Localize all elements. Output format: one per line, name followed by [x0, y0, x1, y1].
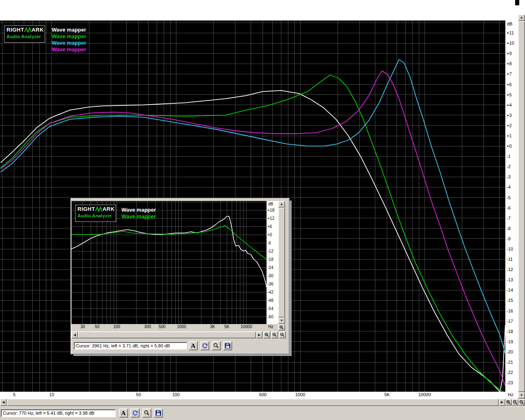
- zoom-out-button[interactable]: [271, 331, 278, 338]
- logo-subtitle: Audio Analyzer: [78, 213, 116, 218]
- child-y-axis: dB +18+12+6+0-6-12-18-24-30-36-42-48-54-…: [267, 201, 278, 324]
- y-tick-label: -5: [507, 195, 511, 200]
- main-vertical-scrollbar[interactable]: ▲ ▼: [518, 14, 525, 399]
- db-unit-label: dB: [507, 21, 512, 26]
- scroll-right-button[interactable]: ▶: [499, 399, 505, 406]
- floppy-icon: [155, 410, 161, 416]
- down-arrow-icon: ▼: [520, 394, 523, 397]
- save-button[interactable]: [154, 409, 163, 418]
- zoom-out-button[interactable]: [512, 399, 518, 406]
- y-tick-label: -24: [267, 265, 273, 270]
- zoom-out-icon: [272, 333, 277, 337]
- a-label: A: [191, 342, 196, 349]
- hz-unit-label: Hz: [267, 324, 278, 331]
- main-horizontal-scrollbar[interactable]: ◀ ▶: [0, 399, 505, 406]
- child-horizontal-scrollbar[interactable]: ◀ ▶: [71, 331, 262, 338]
- main-zoom-cluster: [505, 399, 525, 406]
- save-button[interactable]: [223, 341, 232, 350]
- cursor-readout: Cursor: 3961 Hz, left = 3.71 dB, right =…: [74, 342, 187, 349]
- logo-text-left: RIGHT: [7, 27, 24, 33]
- x-tick-label: 50: [126, 392, 151, 397]
- y-tick-label: -18: [507, 329, 513, 334]
- legend-item: Wave mapper: [121, 213, 156, 220]
- zoom-tool-button[interactable]: [142, 409, 151, 418]
- horizontal-scrollbar-thumb[interactable]: [78, 331, 256, 338]
- y-tick-label: +6: [507, 82, 512, 87]
- y-tick-label: +7: [507, 71, 512, 76]
- refresh-button[interactable]: [200, 341, 209, 350]
- y-tick-label: -48: [267, 298, 273, 303]
- x-tick-label: 500: [251, 392, 275, 397]
- scroll-left-button[interactable]: ◀: [71, 331, 78, 338]
- zoom-reset-icon: [519, 400, 524, 405]
- x-tick-label: 1000: [169, 324, 194, 329]
- zoom-in-button[interactable]: [263, 331, 270, 338]
- y-tick-label: -12: [267, 249, 273, 253]
- x-tick-label: 1000: [288, 392, 313, 397]
- y-tick-label: -6: [267, 241, 271, 245]
- scroll-down-button[interactable]: ▼: [518, 392, 525, 399]
- zoom-in-icon: [265, 333, 269, 337]
- zoom-in-icon: [506, 400, 511, 405]
- autoscale-button[interactable]: A: [189, 341, 198, 350]
- zoom-tool-button[interactable]: [212, 341, 221, 350]
- y-tick-label: -17: [507, 319, 513, 324]
- x-tick-label: 5K: [375, 392, 399, 397]
- zoom-reset-button[interactable]: [279, 331, 286, 338]
- y-tick-label: -42: [267, 290, 273, 294]
- magnifier-icon: [144, 410, 150, 416]
- x-tick-label: 10: [39, 392, 64, 397]
- y-tick-label: +1: [507, 133, 512, 138]
- y-tick-label: -60: [267, 315, 273, 319]
- cursor-readout: Cursor: 770 Hz, left = 5.41 dB, right = …: [1, 409, 116, 417]
- zoom-out-icon: [513, 400, 518, 405]
- y-tick-label: -13: [507, 277, 513, 282]
- magnifier-icon: [213, 343, 219, 349]
- y-tick-label: -22: [507, 370, 513, 375]
- refresh-button[interactable]: [130, 409, 139, 418]
- scroll-up-button[interactable]: ▲: [518, 14, 525, 21]
- scroll-right-button[interactable]: ▶: [256, 331, 262, 338]
- y-tick-label: -11: [507, 257, 513, 262]
- y-tick-label: +6: [267, 224, 272, 229]
- child-plot[interactable]: RIGHT ARK Audio Analyzer Wave mapper Wav…: [71, 201, 267, 324]
- refresh-icon: [202, 343, 208, 349]
- zoom-reset-button[interactable]: [518, 399, 525, 406]
- y-tick-label: -21: [507, 360, 513, 365]
- y-tick-label: +0: [507, 144, 512, 148]
- x-tick-label: 100: [105, 324, 129, 329]
- vertical-scrollbar-thumb[interactable]: [518, 21, 525, 392]
- y-tick-label: +8: [507, 61, 512, 66]
- y-tick-label: -3: [507, 174, 511, 179]
- background-window-fragment: [515, 0, 519, 5]
- y-tick-label: +18: [267, 208, 274, 212]
- logo-text-right: ARK: [32, 27, 44, 33]
- x-tick-label: 100: [164, 392, 188, 397]
- zoom-reset-icon: [280, 333, 285, 337]
- y-tick-label: +10: [507, 41, 514, 46]
- y-tick-label: -8: [507, 226, 511, 231]
- scroll-up-button[interactable]: ▲: [278, 201, 285, 208]
- y-tick-label: -30: [267, 274, 273, 278]
- y-tick-label: -19: [507, 339, 513, 344]
- vertical-scrollbar-thumb[interactable]: [278, 208, 285, 317]
- child-legend: Wave mapper Wave mapper: [121, 207, 156, 220]
- rmaa-child-window[interactable]: RIGHT ARK Audio Analyzer Wave mapper Wav…: [71, 198, 290, 354]
- y-tick-label: -2: [507, 164, 511, 169]
- y-tick-label: -12: [507, 267, 513, 272]
- y-tick-label: +4: [507, 103, 512, 107]
- child-vertical-scrollbar[interactable]: ▲ ▼: [278, 201, 285, 324]
- zoom-in-button[interactable]: [505, 399, 512, 406]
- zoom-in-icon: [279, 325, 284, 330]
- zoom-in-button[interactable]: [278, 324, 285, 331]
- y-tick-label: -9: [507, 236, 511, 241]
- x-tick-label: 10000: [412, 392, 437, 397]
- y-tick-label: +0: [267, 233, 272, 237]
- y-tick-label: +2: [507, 123, 512, 128]
- scroll-left-button[interactable]: ◀: [0, 399, 7, 406]
- y-tick-label: -6: [507, 205, 511, 210]
- autoscale-button[interactable]: A: [119, 409, 128, 418]
- scroll-down-button[interactable]: ▼: [278, 317, 285, 324]
- db-unit-label: dB: [268, 202, 273, 206]
- horizontal-scrollbar-thumb[interactable]: [7, 399, 499, 406]
